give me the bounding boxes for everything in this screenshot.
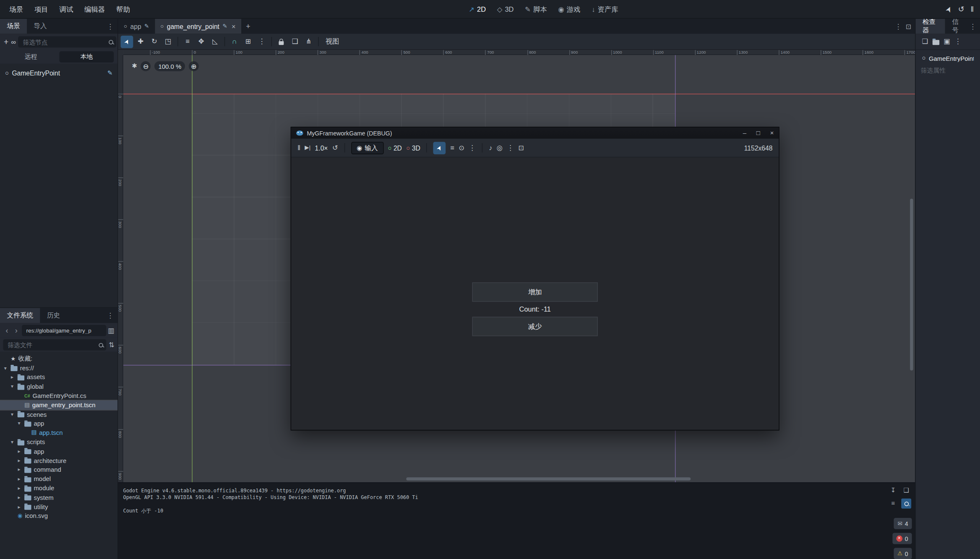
instance-scene-icon[interactable]: ∞ bbox=[11, 39, 16, 45]
rotate-tool-button[interactable]: ↻ bbox=[148, 35, 161, 48]
expander-icon[interactable]: ▸ bbox=[16, 495, 22, 500]
scene-tab-game-entry-point[interactable]: ○ game_entry_point ✎ × bbox=[155, 19, 241, 34]
distraction-free-icon[interactable]: ⊡ bbox=[905, 23, 911, 29]
file-tree-item[interactable]: ▸module bbox=[0, 484, 117, 493]
errors-badge[interactable]: × 0 bbox=[892, 533, 912, 544]
file-tree-item[interactable]: ▾scripts bbox=[0, 437, 117, 447]
file-tree-item[interactable]: ▾res:// bbox=[0, 364, 117, 373]
file-tree-item[interactable]: ★收藏: bbox=[0, 354, 117, 364]
file-tree-item[interactable]: ▤app.tscn bbox=[0, 428, 117, 437]
mode-2d-button[interactable]: ○ 2D bbox=[388, 144, 401, 151]
tabbar-menu-icon[interactable]: ⋮ bbox=[895, 23, 902, 29]
workspace-button[interactable]: ↗2D bbox=[464, 3, 490, 16]
mode-3d-button[interactable]: ○ 3D bbox=[406, 144, 420, 151]
filesystem-menu-icon[interactable]: ⋮ bbox=[107, 312, 114, 319]
snap-options-icon[interactable]: ⋮ bbox=[255, 35, 268, 48]
dock-tab[interactable]: 历史 bbox=[40, 308, 67, 323]
segment-button[interactable]: 本地 bbox=[60, 51, 114, 62]
list-select-button[interactable]: ≡ bbox=[181, 35, 194, 48]
dock-tab[interactable]: 导入 bbox=[27, 19, 54, 34]
visibility-icon[interactable]: ⊙ bbox=[459, 144, 464, 151]
expander-icon[interactable]: ▸ bbox=[9, 374, 15, 380]
sort-files-icon[interactable]: ⇅ bbox=[109, 341, 115, 348]
dock-tab[interactable]: 信号 bbox=[945, 19, 970, 34]
scene-dock-menu-icon[interactable]: ⋮ bbox=[107, 23, 114, 29]
ruler-tool-button[interactable]: ◺ bbox=[209, 35, 222, 48]
cursor-icon[interactable]: ➤ bbox=[944, 5, 954, 13]
zoom-out-button[interactable]: ⊖ bbox=[141, 61, 151, 71]
input-mode-button[interactable]: ◉ 输入 bbox=[351, 141, 383, 154]
smart-snap-button[interactable]: ∩ bbox=[228, 35, 241, 48]
dock-tab[interactable]: 检查器 bbox=[916, 19, 945, 34]
expander-icon[interactable]: ▾ bbox=[16, 421, 22, 426]
zoom-level[interactable]: 100.0 % bbox=[155, 61, 185, 71]
suspend-icon[interactable]: ‖ bbox=[297, 144, 300, 151]
speed-label[interactable]: 1.0× bbox=[315, 144, 328, 151]
split-view-icon[interactable]: ▥ bbox=[108, 327, 115, 334]
file-tree-item[interactable]: ▾app bbox=[0, 419, 117, 428]
select-tool-button[interactable]: ➤ bbox=[121, 35, 133, 48]
resource-options-icon[interactable]: ⋮ bbox=[954, 38, 961, 45]
lock-button[interactable] bbox=[275, 35, 288, 48]
next-frame-icon[interactable]: ▶| bbox=[305, 145, 310, 151]
close-icon[interactable]: × bbox=[770, 130, 774, 136]
canvas-hscrollbar[interactable] bbox=[406, 477, 691, 480]
filter-properties-input[interactable] bbox=[919, 66, 976, 74]
workspace-button[interactable]: ↓资产库 bbox=[586, 3, 623, 16]
segment-button[interactable]: 远程 bbox=[4, 51, 58, 62]
expander-icon[interactable]: ▾ bbox=[9, 439, 15, 445]
menubar-item[interactable]: 调试 bbox=[54, 2, 79, 16]
file-tree-item[interactable]: ▸app bbox=[0, 447, 117, 456]
menubar-item[interactable]: 帮助 bbox=[111, 2, 136, 16]
log-search-button[interactable] bbox=[901, 499, 911, 509]
nav-forward-icon[interactable]: › bbox=[13, 327, 20, 334]
file-tree-item[interactable]: ▸model bbox=[0, 474, 117, 484]
menubar-item[interactable]: 场景 bbox=[4, 2, 29, 16]
inspected-node-row[interactable]: ○ GameEntryPoint... bbox=[916, 52, 980, 64]
scene-tab-app[interactable]: ○ app ✎ bbox=[118, 19, 155, 34]
log-list-icon[interactable]: ≡ bbox=[888, 499, 898, 509]
audio-mute-icon[interactable]: ♪ bbox=[489, 144, 492, 151]
file-tree-item[interactable]: ▸system bbox=[0, 493, 117, 502]
filter-nodes-input[interactable] bbox=[21, 38, 107, 46]
node-list-icon[interactable]: ≡ bbox=[450, 144, 454, 151]
expander-icon[interactable]: ▸ bbox=[16, 448, 22, 454]
menubar-item[interactable]: 编辑器 bbox=[79, 2, 111, 16]
file-tree-item[interactable]: ▸architecture bbox=[0, 456, 117, 465]
menubar-item[interactable]: 项目 bbox=[29, 2, 54, 16]
file-tree-item[interactable]: ▾scenes bbox=[0, 410, 117, 419]
expander-icon[interactable]: ▾ bbox=[3, 365, 8, 371]
dock-tab[interactable]: 文件系统 bbox=[0, 308, 40, 323]
camera-override-icon[interactable]: ◎ bbox=[497, 144, 503, 151]
load-resource-icon[interactable] bbox=[933, 40, 939, 45]
attached-script-icon[interactable]: ✎ bbox=[107, 70, 113, 76]
expander-icon[interactable]: ▸ bbox=[16, 486, 22, 491]
file-tree-item[interactable]: ▸utility bbox=[0, 502, 117, 511]
maximize-icon[interactable]: □ bbox=[756, 130, 760, 136]
file-tree-item[interactable]: ◉icon.svg bbox=[0, 511, 117, 520]
file-tree-item[interactable]: C#GameEntryPoint.cs bbox=[0, 391, 117, 400]
workspace-button[interactable]: ◉游戏 bbox=[553, 3, 586, 16]
game-window-titlebar[interactable]: MyGFrameworkGame (DEBUG) – □ × bbox=[291, 127, 779, 139]
embed-fullscreen-icon[interactable]: ⊡ bbox=[518, 144, 524, 151]
pan-tool-button[interactable]: ✥ bbox=[195, 35, 208, 48]
scene-tree-root-node[interactable]: ○ GameEntryPoint ✎ bbox=[0, 68, 117, 78]
decrease-button[interactable]: 减少 bbox=[472, 317, 598, 336]
increase-button[interactable]: 增加 bbox=[472, 282, 598, 302]
expander-icon[interactable]: ▸ bbox=[16, 467, 22, 473]
workspace-button[interactable]: ✎脚本 bbox=[520, 3, 552, 16]
copy-log-icon[interactable]: ❑ bbox=[901, 486, 911, 496]
save-log-icon[interactable]: ↧ bbox=[888, 486, 898, 496]
workspace-button[interactable]: ◇3D bbox=[492, 3, 519, 16]
restart-icon[interactable]: ↺ bbox=[958, 5, 964, 13]
new-resource-icon[interactable]: ❏ bbox=[922, 38, 928, 45]
expander-icon[interactable]: ▸ bbox=[16, 476, 22, 482]
file-tree-item[interactable]: ▾global bbox=[0, 382, 117, 391]
expander-icon[interactable]: ▸ bbox=[16, 458, 22, 463]
pause-icon[interactable]: ‖ bbox=[971, 5, 974, 13]
pick-options-icon[interactable]: ⋮ bbox=[469, 144, 476, 151]
close-tab-icon[interactable]: × bbox=[232, 23, 236, 29]
messages-badge[interactable]: ✉ 4 bbox=[894, 518, 912, 529]
grid-snap-button[interactable]: ⊞ bbox=[242, 35, 255, 48]
expander-icon[interactable]: ▸ bbox=[16, 504, 22, 510]
